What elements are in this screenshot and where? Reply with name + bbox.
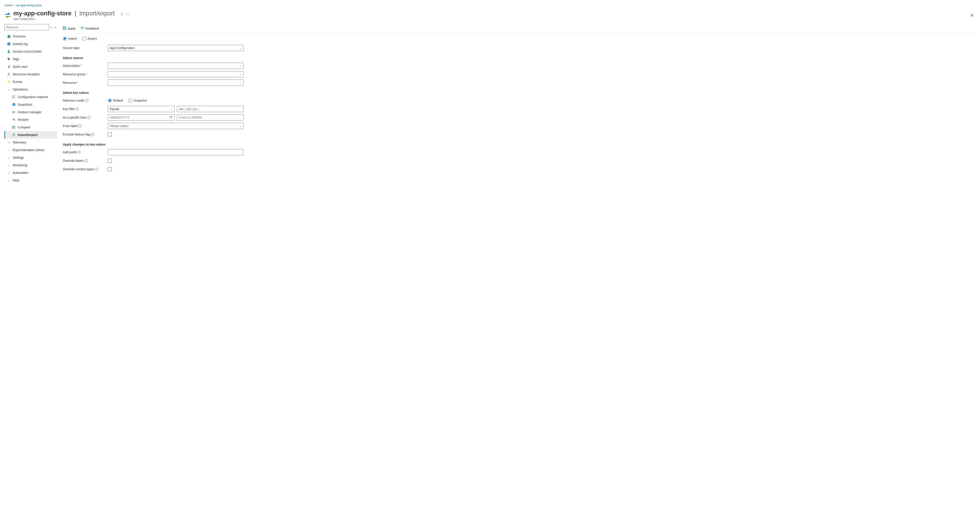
overview-icon [7, 34, 11, 38]
chevron-right-icon: › [7, 178, 11, 182]
date-input-wrap[interactable] [108, 114, 175, 121]
events-icon [7, 80, 11, 84]
chevron-right-icon: › [7, 171, 11, 175]
time-input-wrap[interactable] [177, 114, 243, 121]
calendar-icon[interactable] [170, 116, 173, 120]
radio-snapshot[interactable]: Snapshot [128, 99, 147, 102]
add-prefix-input-wrap[interactable] [108, 149, 243, 155]
close-blade-button[interactable]: ✕ [968, 12, 975, 19]
required-mark: * [77, 81, 78, 85]
feedback-label: Feedback [85, 27, 99, 30]
radio-label: Export [88, 37, 97, 40]
feedback-icon [80, 26, 84, 30]
sort-toggle-icon[interactable]: ◇ [50, 26, 52, 29]
date-input[interactable] [110, 116, 170, 119]
svg-point-20 [12, 97, 13, 98]
sidebar-search[interactable] [5, 24, 49, 30]
resource-label: Resource [63, 81, 76, 85]
sidebar-group-label: Automation [13, 171, 29, 174]
tags-icon [7, 57, 11, 61]
sidebar-group-label: Monitoring [13, 163, 27, 167]
radio-default[interactable]: Default [108, 99, 123, 102]
required-mark: * [86, 72, 87, 76]
info-icon[interactable]: i [85, 99, 88, 102]
pin-icon[interactable]: ☆ [120, 11, 124, 16]
svg-rect-27 [13, 126, 14, 128]
sidebar-group-monitoring[interactable]: › Monitoring [5, 161, 57, 169]
apply-label: Apply [68, 27, 75, 30]
chevron-right-icon: › [7, 148, 11, 152]
sidebar-item-snapshots[interactable]: Snapshots [5, 101, 57, 108]
sidebar-item-resource-visualizer[interactable]: Resource visualizer [5, 70, 57, 78]
more-icon[interactable]: ⋯ [126, 11, 130, 16]
info-icon[interactable]: i [91, 133, 94, 136]
info-icon[interactable]: i [87, 116, 91, 119]
svg-point-26 [14, 112, 15, 113]
sidebar-item-restore[interactable]: Restore [5, 116, 57, 123]
sidebar-item-label: Overview [13, 35, 25, 38]
radio-export[interactable]: Export [83, 37, 97, 41]
time-input[interactable] [179, 116, 242, 119]
chevron-right-icon: › [7, 156, 11, 160]
main-content: Apply Feedback Import Export [62, 24, 975, 184]
subscription-select[interactable]: ⌄ [108, 63, 243, 69]
sidebar-group-automation[interactable]: › Automation [5, 169, 57, 177]
exclude-feature-flag-label: Exclude feature flag [63, 132, 91, 136]
info-icon[interactable]: i [84, 159, 88, 162]
radio-icon [83, 37, 86, 41]
sidebar-search-input[interactable] [9, 26, 48, 29]
resource-group-select[interactable]: ⌄ [108, 71, 243, 77]
svg-rect-2 [8, 36, 10, 38]
subscription-label: Subscription [63, 64, 80, 67]
section-select-key-values: Select key-values [63, 91, 974, 94]
sidebar-item-compare[interactable]: Compare [5, 123, 57, 131]
activity-log-icon [7, 42, 11, 46]
svg-rect-32 [170, 116, 172, 118]
sidebar-item-quick-start[interactable]: Quick start [5, 63, 57, 70]
sidebar-group-settings[interactable]: › Settings [5, 154, 57, 161]
required-mark: * [81, 64, 82, 67]
override-content-types-label: Override content types [63, 167, 94, 171]
info-icon[interactable]: i [78, 124, 81, 128]
chevron-down-icon: ⌄ [239, 73, 242, 76]
page-subtitle: App Configuration [13, 18, 968, 21]
breadcrumb-resource[interactable]: my-app-config-store [16, 3, 41, 7]
sidebar-item-overview[interactable]: Overview [5, 32, 57, 40]
sidebar-item-label: Resource visualizer [13, 72, 40, 76]
sidebar-item-events[interactable]: Events [5, 78, 57, 86]
svg-point-24 [13, 104, 14, 105]
sidebar-item-label: Events [13, 80, 22, 84]
from-label-select[interactable]: Please select ⌄ [108, 123, 243, 129]
sidebar-group-telemetry[interactable]: › Telemetry [5, 139, 57, 146]
sidebar-group-operations[interactable]: ⌄ Operations [5, 86, 57, 93]
resource-select[interactable]: ⌄ [108, 80, 243, 86]
sidebar-item-tags[interactable]: Tags [5, 55, 57, 63]
source-type-select[interactable]: App Configuration ⌄ [108, 45, 243, 51]
feedback-button[interactable]: Feedback [80, 26, 99, 30]
key-filter-input[interactable] [179, 107, 242, 111]
info-icon[interactable]: i [76, 107, 79, 110]
add-prefix-input[interactable] [110, 150, 242, 154]
override-content-types-checkbox[interactable] [108, 167, 112, 171]
apply-button[interactable]: Apply [63, 26, 75, 30]
collapse-sidebar-icon[interactable]: « [54, 26, 57, 29]
sidebar-item-label: Activity log [13, 42, 28, 46]
snapshots-icon [12, 102, 16, 107]
sidebar-item-label: Feature manager [18, 110, 41, 114]
key-filter-input-wrap[interactable] [177, 106, 243, 112]
key-filter-operator-value: Equals [110, 107, 119, 111]
sidebar-item-configuration-explorer[interactable]: Configuration explorer [5, 93, 57, 101]
override-labels-checkbox[interactable] [108, 159, 112, 163]
breadcrumb-home[interactable]: Home [5, 3, 12, 7]
info-icon[interactable]: i [95, 167, 98, 171]
sidebar-group-experimentation[interactable]: › Experimentation (New) [5, 146, 57, 154]
radio-import[interactable]: Import [63, 37, 77, 41]
sidebar-item-feature-manager[interactable]: Feature manager [5, 108, 57, 116]
sidebar-item-import-export[interactable]: Import/export [5, 131, 57, 139]
sidebar-item-activity-log[interactable]: Activity log [5, 40, 57, 48]
key-filter-operator-select[interactable]: Equals ⌄ [108, 106, 175, 112]
sidebar-group-help[interactable]: › Help [5, 177, 57, 184]
exclude-feature-flag-checkbox[interactable] [108, 132, 112, 136]
sidebar-item-iam[interactable]: Access control (IAM) [5, 48, 57, 55]
info-icon[interactable]: i [78, 151, 81, 154]
